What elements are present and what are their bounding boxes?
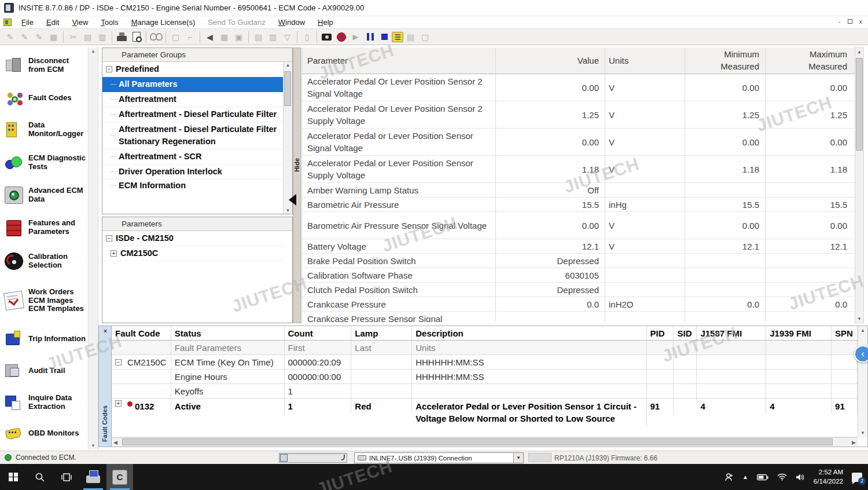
parameter-row[interactable]: Brake Pedal Position SwitchDepressed: [302, 254, 855, 268]
sidebar-item-fault-codes[interactable]: Fault Codes: [0, 82, 87, 114]
scrollbar-thumb[interactable]: [856, 58, 863, 151]
param-group-predefined[interactable]: −Predefined: [102, 62, 283, 77]
fault-row[interactable]: +0132Active1RedAccelerator Pedal or Leve…: [112, 398, 858, 437]
menu-item-send-to-guidanz[interactable]: Send To Guidanz: [201, 17, 272, 28]
sidebar-item-obd-monitors[interactable]: OBD Monitors: [0, 419, 87, 448]
calibrate-icon[interactable]: ▦: [217, 31, 231, 43]
menu-item-view[interactable]: View: [65, 17, 94, 28]
import-icon[interactable]: ▥: [266, 31, 280, 43]
parameter-row[interactable]: Accelerator Pedal or Lever Position Sens…: [302, 129, 855, 156]
slider-thumb[interactable]: [280, 454, 288, 462]
scroll-left-icon[interactable]: ◀: [113, 440, 117, 445]
export-icon[interactable]: ▤: [251, 31, 266, 43]
page-refresh-icon[interactable]: ▢: [168, 31, 183, 43]
parameter-row[interactable]: Crankcase Pressure0.0inH2O0.00.0: [302, 297, 855, 312]
parameter-row[interactable]: Barometric Air Pressure15.5inHg15.515.5: [302, 198, 855, 212]
parameter-row[interactable]: Clutch Pedal Position SwitchDepressed: [302, 283, 855, 297]
fault-row[interactable]: −CM2150CECM Time (Key On Time)000000:20:…: [112, 355, 858, 370]
col-units[interactable]: Units: [605, 47, 685, 74]
battery-icon[interactable]: [757, 474, 768, 481]
menu-item-edit[interactable]: Edit: [40, 17, 65, 28]
search-button[interactable]: [27, 464, 53, 490]
printer-app-button[interactable]: [80, 464, 106, 490]
sidebar-scrollbar[interactable]: ▲ ▼: [88, 47, 98, 449]
scroll-down-icon[interactable]: ▼: [91, 443, 95, 448]
parameter-row[interactable]: Barometric Air Pressure Sensor Signal Vo…: [302, 212, 855, 239]
parameter-row[interactable]: Amber Warning Lamp StatusOff: [302, 183, 855, 198]
filter-icon[interactable]: ▽: [280, 31, 295, 43]
adapter-select[interactable]: INLINE7-,USB (J1939) Connection ▼: [354, 452, 524, 463]
param-group-driver-operation-interlock[interactable]: Driver Operation Interlock: [102, 164, 283, 180]
scroll-down-icon[interactable]: ▼: [860, 430, 865, 436]
tray-expand-icon[interactable]: ▲: [742, 474, 748, 480]
collapse-icon[interactable]: −: [106, 66, 112, 72]
panel-splitter[interactable]: Hide: [293, 47, 301, 323]
parameter-row[interactable]: Accelerator Pedal or Lever Position Sens…: [302, 156, 855, 183]
report-icon[interactable]: ▤: [403, 31, 418, 43]
cut-icon[interactable]: ✂: [66, 31, 80, 43]
signal-slider[interactable]: [279, 453, 347, 463]
child-restore-button[interactable]: [848, 19, 852, 24]
notification-center-button[interactable]: 2: [852, 473, 862, 482]
sidebar-item-work-orders[interactable]: Work Orders ECM Images ECM Templates: [0, 279, 87, 323]
menu-item-manage-license-s-[interactable]: Manage License(s): [125, 17, 202, 28]
parameter-row[interactable]: Accelerator Pedal Or Lever Position Sens…: [302, 101, 855, 129]
scrollbar-thumb[interactable]: [284, 71, 291, 106]
fault-row[interactable]: Keyoffs1: [112, 384, 858, 398]
parameter-row[interactable]: Battery Voltage12.1V12.112.1: [302, 239, 855, 254]
dropdown-arrow-icon[interactable]: ▼: [513, 453, 523, 463]
paste-icon[interactable]: ▥: [95, 31, 109, 43]
menu-item-file[interactable]: File: [15, 17, 40, 28]
fault-row[interactable]: Engine Hours000000:00:00HHHHHH:MM:SS: [112, 370, 858, 384]
workspace-edit-icon[interactable]: ✎: [3, 31, 17, 43]
sidebar-item-data-monitor[interactable]: Data Monitor/Logger: [0, 114, 87, 146]
parameter-node-isde-cm2150[interactable]: −ISDe - CM2150: [102, 231, 283, 246]
collapse-arrow-icon[interactable]: [289, 194, 296, 206]
param-group-all-parameters[interactable]: All Parameters: [102, 77, 283, 92]
hide-label[interactable]: Hide: [293, 158, 300, 172]
close-icon[interactable]: ×: [99, 327, 112, 335]
search-binoculars-icon[interactable]: [149, 31, 163, 43]
scroll-right-icon[interactable]: ▶: [852, 440, 856, 445]
param-group-aftertreatment[interactable]: Aftertreatment: [102, 92, 283, 107]
sidebar-item-trip-information[interactable]: Trip Information: [0, 323, 87, 355]
snapshot-camera-icon[interactable]: [319, 31, 334, 43]
sidebar-item-calibration-selection[interactable]: Calibration Selection: [0, 244, 87, 279]
scroll-up-icon[interactable]: ▲: [286, 63, 290, 68]
sidebar-item-audit-trail[interactable]: Audit Trail: [0, 355, 87, 386]
param-group-ecm-information[interactable]: ECM Information: [102, 180, 283, 191]
param-group-aftertreatment-diesel-particulate-filter[interactable]: Aftertreatment - Diesel Particulate Filt…: [102, 107, 283, 122]
collapse-icon[interactable]: −: [106, 235, 112, 242]
col-maximum-measured[interactable]: Maximum Measured: [766, 47, 854, 74]
scroll-up-icon[interactable]: ▲: [857, 49, 862, 54]
menu-item-help[interactable]: Help: [311, 17, 340, 28]
wifi-icon[interactable]: [777, 473, 787, 481]
scroll-up-icon[interactable]: ▲: [91, 49, 95, 54]
people-icon[interactable]: [724, 473, 734, 482]
child-minimize-button[interactable]: -: [838, 18, 841, 25]
taskbar-clock[interactable]: 2:52 AM 6/14/2022: [814, 468, 843, 486]
col-value[interactable]: Value: [496, 47, 605, 74]
print-icon[interactable]: [115, 31, 129, 43]
fault-codes-tab[interactable]: × Fault Codes: [99, 326, 112, 447]
copy-icon[interactable]: ▤: [80, 31, 95, 43]
key-icon[interactable]: ⌐: [183, 31, 197, 43]
pause-icon[interactable]: [363, 31, 377, 43]
sidebar-item-diagnostic-tests[interactable]: ECM Diagnostic Tests: [0, 146, 87, 179]
scroll-up-icon[interactable]: ▲: [860, 328, 865, 333]
scroll-down-icon[interactable]: ▼: [857, 316, 862, 321]
workspace-edit2-icon[interactable]: ✎: [17, 31, 32, 43]
col-minimum-measured[interactable]: Minimum Measured: [685, 47, 766, 74]
clear-icon[interactable]: ▢: [418, 31, 432, 43]
collapse-icon[interactable]: −: [115, 359, 122, 365]
stop-icon[interactable]: [377, 31, 392, 43]
col-parameter[interactable]: Parameter: [302, 47, 496, 74]
parameter-row[interactable]: Accelerator Pedal Or Lever Position Sens…: [302, 74, 855, 101]
param-group-aftertreatment-diesel-particulate-filter[interactable]: Aftertreatment - Diesel Particulate Filt…: [102, 122, 283, 149]
scroll-down-icon[interactable]: ▼: [286, 208, 290, 213]
parameter-node-cm2150c[interactable]: +CM2150C: [102, 246, 283, 261]
expand-icon[interactable]: +: [111, 250, 117, 257]
sidebar-item-ecm-disconnect[interactable]: Disconnect from ECM: [0, 49, 87, 82]
fault-table-vscrollbar[interactable]: ▲ ▼: [858, 326, 867, 437]
print-preview-icon[interactable]: [129, 31, 144, 43]
